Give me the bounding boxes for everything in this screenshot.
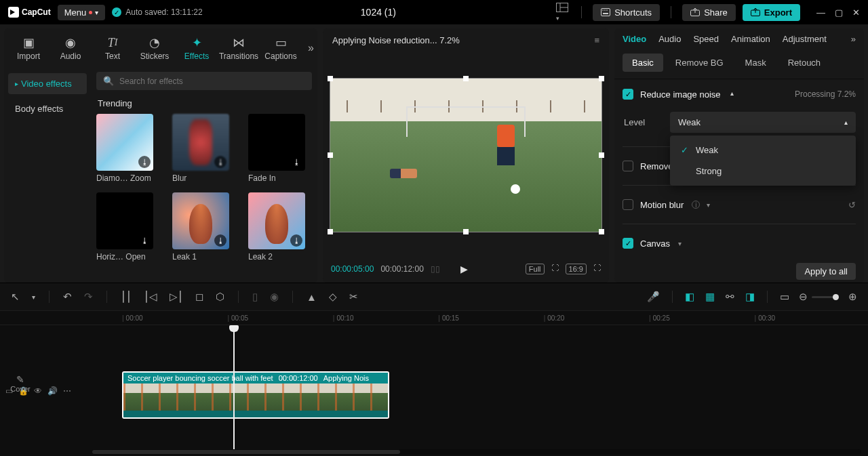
- media-tab-import[interactable]: ▣Import: [9, 33, 47, 64]
- mirror-tool[interactable]: ▲: [305, 290, 318, 304]
- frame-tool[interactable]: ▯: [251, 289, 259, 304]
- search-field[interactable]: [119, 77, 305, 86]
- effect-horiz-open[interactable]: ⭳ Horiz… Open: [96, 192, 160, 262]
- collapse-icon[interactable]: ▾: [730, 91, 734, 98]
- sidebar-item-body-effects[interactable]: Body effects: [8, 98, 87, 119]
- preview-menu-icon[interactable]: ≡: [594, 35, 599, 45]
- check-icon: ✓: [681, 145, 690, 155]
- frame-icon[interactable]: ⛶: [551, 264, 559, 274]
- autosave-indicator: ✓ Auto saved: 13:11:22: [112, 7, 202, 17]
- speaker-icon[interactable]: 🔊: [47, 386, 58, 396]
- media-tab-stickers[interactable]: ◔Stickers: [136, 33, 174, 64]
- speed-tool[interactable]: ◉: [269, 289, 280, 304]
- media-tab-audio[interactable]: ◉Audio: [52, 33, 90, 64]
- effect-blur[interactable]: ⭳ Blur: [172, 114, 236, 183]
- horizontal-scrollbar[interactable]: [92, 449, 861, 455]
- download-icon[interactable]: ⭳: [214, 234, 226, 247]
- compare-icon[interactable]: ▯▯: [431, 264, 440, 274]
- split-tool[interactable]: ⎮⎮: [119, 289, 133, 304]
- download-icon[interactable]: ⭳: [138, 234, 151, 247]
- media-tab-text[interactable]: TIText: [94, 33, 132, 64]
- crop-tool[interactable]: ◻: [194, 289, 205, 304]
- level-dropdown[interactable]: Weak ▴ ✓ Weak Strong: [670, 112, 856, 133]
- mic-icon[interactable]: 🎤: [646, 289, 661, 304]
- magnet-left-icon[interactable]: ◧: [684, 289, 696, 304]
- maximize-button[interactable]: ▢: [835, 7, 843, 18]
- download-icon[interactable]: ⭳: [214, 156, 226, 168]
- effect-leak-2[interactable]: ⭳ Leak 2: [248, 192, 312, 262]
- download-icon[interactable]: ⭳: [290, 156, 302, 168]
- undo-button[interactable]: ↶: [62, 289, 73, 304]
- sidebar-item-video-effects[interactable]: Video effects: [8, 73, 87, 94]
- search-input[interactable]: 🔍: [96, 72, 312, 90]
- level-option-weak[interactable]: ✓ Weak: [674, 140, 852, 161]
- apply-to-all-button[interactable]: Apply to all: [796, 263, 856, 280]
- trim-right-tool[interactable]: ▷⎮: [168, 289, 184, 304]
- cover-button[interactable]: Cover: [7, 374, 34, 393]
- track-toggle-icon[interactable]: ▭: [778, 289, 791, 304]
- svg-point-5: [602, 9, 604, 11]
- inspector-expand-icon[interactable]: »: [851, 34, 856, 44]
- chevron-down-icon[interactable]: ▾: [678, 240, 682, 247]
- zoom-fit-icon[interactable]: ⊕: [847, 289, 859, 304]
- subtab-basic[interactable]: Basic: [623, 54, 663, 72]
- minimize-button[interactable]: —: [816, 7, 825, 18]
- motion-blur-checkbox[interactable]: [623, 199, 633, 210]
- link-icon[interactable]: ⚯: [724, 289, 736, 304]
- magnet-right-icon[interactable]: ◨: [744, 289, 756, 304]
- effect-leak-1[interactable]: ⭳ Leak 1: [172, 192, 236, 262]
- level-dropdown-menu: ✓ Weak Strong: [670, 136, 856, 186]
- itab-speed[interactable]: Speed: [693, 34, 719, 44]
- expand-tabs-icon[interactable]: »: [304, 42, 317, 54]
- magnet-center-icon[interactable]: ▦: [704, 289, 716, 304]
- pointer-dropdown[interactable]: ▾: [31, 292, 37, 302]
- zoom-slider[interactable]: ⊖: [799, 291, 839, 303]
- canvas-checkbox[interactable]: ✓: [623, 238, 633, 249]
- media-tab-transitions[interactable]: ⋈Transitions: [220, 33, 258, 64]
- effects-icon: ✦: [192, 35, 202, 50]
- menu-button[interactable]: Menu ▾: [58, 5, 106, 20]
- close-button[interactable]: ✕: [852, 7, 860, 18]
- subtab-retouch[interactable]: Retouch: [778, 54, 830, 72]
- fullscreen-icon[interactable]: ⛶: [593, 264, 601, 274]
- timeline-ruler[interactable]: 00:00 00:05 00:10 00:15 00:20 00:25 00:3…: [0, 310, 868, 325]
- info-icon[interactable]: i: [692, 201, 700, 209]
- play-button[interactable]: ▶: [460, 264, 468, 274]
- app-name: CapCut: [22, 7, 51, 17]
- shortcuts-button[interactable]: Shortcuts: [593, 4, 660, 21]
- subtab-mask[interactable]: Mask: [736, 54, 776, 72]
- marker-tool[interactable]: ⬡: [214, 289, 226, 304]
- chevron-down-icon[interactable]: ▾: [707, 201, 710, 209]
- ratio-button[interactable]: 16:9: [566, 264, 587, 274]
- more-icon[interactable]: ⋯: [63, 386, 71, 396]
- timeline-tracks[interactable]: Cover Soccer player bouncing soccer ball…: [92, 325, 868, 456]
- reset-icon[interactable]: ↺: [848, 200, 856, 210]
- media-tab-effects[interactable]: ✦Effects: [178, 33, 216, 64]
- pointer-tool[interactable]: ↖: [9, 289, 21, 304]
- itab-audio[interactable]: Audio: [658, 34, 681, 44]
- rotate-tool[interactable]: ◇: [328, 289, 338, 304]
- reduce-noise-checkbox[interactable]: ✓: [623, 89, 633, 100]
- subtab-remove-bg[interactable]: Remove BG: [666, 54, 733, 72]
- media-tab-captions[interactable]: ▭Captions: [262, 33, 300, 64]
- export-button[interactable]: Export: [743, 4, 800, 21]
- video-clip[interactable]: Soccer player bouncing soccer ball with …: [122, 371, 389, 419]
- remove-flicker-checkbox[interactable]: [623, 161, 633, 171]
- crop2-tool[interactable]: ✂: [348, 289, 359, 304]
- download-icon[interactable]: ⭳: [138, 156, 151, 168]
- eye-icon[interactable]: 👁: [34, 386, 42, 396]
- share-button[interactable]: Share: [682, 4, 736, 21]
- zoom-out-icon[interactable]: ⊖: [799, 291, 808, 303]
- video-preview[interactable]: [330, 78, 602, 232]
- effect-fade-in[interactable]: ⭳ Fade In: [248, 114, 312, 183]
- itab-adjustment[interactable]: Adjustment: [783, 34, 827, 44]
- redo-button[interactable]: ↷: [83, 289, 94, 304]
- effect-diamond-zoom[interactable]: ⭳ Diamo… Zoom: [96, 114, 160, 183]
- download-icon[interactable]: ⭳: [290, 234, 302, 247]
- full-button[interactable]: Full: [526, 264, 545, 274]
- trim-left-tool[interactable]: ⎮◁: [142, 289, 159, 304]
- itab-animation[interactable]: Animation: [731, 34, 770, 44]
- level-option-strong[interactable]: Strong: [674, 161, 852, 182]
- layout-icon[interactable]: ▾: [554, 1, 570, 24]
- itab-video[interactable]: Video: [623, 34, 646, 44]
